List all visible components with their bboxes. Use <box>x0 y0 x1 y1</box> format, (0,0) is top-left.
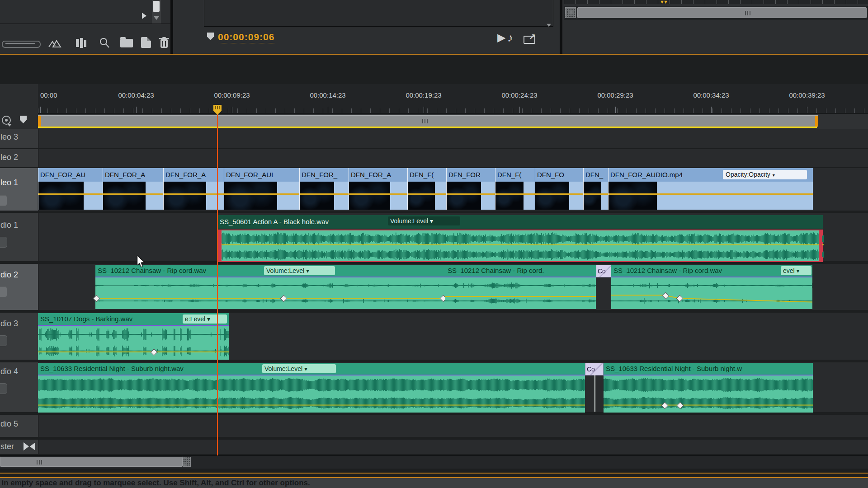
display-style-button[interactable] <box>0 195 7 206</box>
track-header-audio-3[interactable]: dio 3 <box>0 313 38 360</box>
mini-thumb-grip-icon <box>745 11 750 15</box>
volume-rubber-band[interactable] <box>445 277 596 309</box>
opacity-rubber-band[interactable] <box>609 193 813 195</box>
audio-clip[interactable]: SS_10633 Residential Night - Suburb nigh… <box>38 363 585 413</box>
volume-rubber-band[interactable] <box>218 230 824 263</box>
panel-focus-border-top <box>0 54 868 55</box>
opacity-rubber-band[interactable] <box>584 193 608 195</box>
new-item-icon[interactable] <box>141 37 151 48</box>
video-clip[interactable]: DFN_FOR_AUI <box>224 168 299 210</box>
mini-scroll-thumb[interactable] <box>577 7 867 18</box>
video-clip[interactable]: DFN_FO <box>535 168 583 210</box>
audio-clip[interactable]: SS_10633 Residential Night - Suburb nigh… <box>604 363 813 413</box>
export-frame-icon[interactable]: ↗ <box>524 33 537 44</box>
volume-dropdown[interactable]: Volume:Level ▾ <box>262 364 336 373</box>
folder-icon[interactable] <box>120 39 133 47</box>
audio-clip[interactable]: SS_10212 Chainsaw - Rip cord.wavVolume:L… <box>95 265 445 309</box>
playhead-line[interactable] <box>217 114 218 455</box>
video-clip[interactable]: DFN_F( <box>495 168 535 210</box>
track-row-video-2[interactable] <box>38 149 868 167</box>
hscroll-thumb[interactable] <box>0 457 183 467</box>
track-header-video-1[interactable]: leo 1 <box>0 168 38 211</box>
opacity-rubber-band[interactable] <box>349 193 407 195</box>
track-header-audio-1[interactable]: dio 1 <box>0 213 38 261</box>
video-clip[interactable]: DFN_FOR_A <box>349 168 407 210</box>
hscroll-grip-icon <box>37 460 42 465</box>
volume-dropdown[interactable]: e:Level ▾ <box>183 314 227 324</box>
trash-icon[interactable] <box>159 37 169 48</box>
audio-clip[interactable]: SS_10212 Chainsaw - Rip cord. <box>445 265 596 309</box>
video-thumbnail <box>224 182 277 210</box>
video-clip[interactable]: DFN_FOR_AUDIO.mp4Opacity:Opacity▾ <box>608 168 813 210</box>
display-style-button[interactable] <box>0 237 7 248</box>
opacity-rubber-band[interactable] <box>495 193 535 195</box>
sync-disc-icon[interactable] <box>2 116 11 125</box>
play-audio-icon[interactable]: ▶♪ <box>497 33 517 44</box>
video-clip[interactable]: DFN_F( <box>407 168 446 210</box>
audio-clip[interactable]: SS_10212 Chainsaw - Rip cord.wavevel ▾ <box>611 265 812 309</box>
track-header-audio-2[interactable]: dio 2 <box>0 264 38 310</box>
volume-dropdown[interactable]: Volume:Level ▾ <box>388 216 460 225</box>
opacity-rubber-band[interactable] <box>224 193 299 195</box>
display-style-button[interactable] <box>0 383 7 394</box>
mini-ruler[interactable] <box>564 0 868 4</box>
transition-badge[interactable]: Co <box>585 363 604 375</box>
mountain-icon[interactable] <box>48 38 61 49</box>
volume-rubber-band[interactable] <box>95 277 445 309</box>
chevron-down-icon: ▾ <box>770 173 775 178</box>
columns-icon[interactable] <box>76 38 88 48</box>
display-style-button[interactable] <box>0 335 7 346</box>
video-clip[interactable]: DFN_FOR <box>446 168 495 210</box>
opacity-rubber-band[interactable] <box>408 193 446 195</box>
mini-scroll-grip[interactable] <box>565 7 576 18</box>
opacity-rubber-band[interactable] <box>164 193 224 195</box>
disc-dropdown-icon[interactable] <box>7 124 12 127</box>
video-clip[interactable]: DFN_FOR_ <box>299 168 349 210</box>
display-style-button[interactable] <box>0 286 7 297</box>
video-clip[interactable]: DFN_FOR_A <box>163 168 224 210</box>
monitor-scroll-down-icon[interactable] <box>547 24 551 27</box>
opacity-dropdown[interactable]: Opacity:Opacity▾ <box>723 170 807 179</box>
hscroll-zoom-handle[interactable] <box>183 457 191 467</box>
volume-rubber-band[interactable] <box>611 277 812 309</box>
expand-row-icon[interactable] <box>142 13 146 19</box>
work-area-bar[interactable] <box>38 115 818 127</box>
opacity-rubber-band[interactable] <box>103 193 163 195</box>
opacity-rubber-band[interactable] <box>447 193 495 195</box>
track-header-video-2[interactable]: leo 2 <box>0 149 38 167</box>
audio-clip[interactable]: SS_50601 Action A - Black hole.wavVolume… <box>217 215 823 262</box>
track-row-master[interactable] <box>38 440 868 454</box>
opacity-rubber-band[interactable] <box>300 193 349 195</box>
playhead-timecode[interactable]: 00:00:09:06 <box>218 32 274 43</box>
audio-clip[interactable]: SS_10107 Dogs - Barking.wave:Level ▾ <box>38 313 229 360</box>
scroll-down-icon[interactable] <box>154 16 159 20</box>
work-area-start-handle[interactable] <box>38 116 41 127</box>
transition-badge[interactable]: Co <box>596 265 611 277</box>
bowtie-icon[interactable] <box>24 442 36 450</box>
volume-rubber-band[interactable] <box>604 375 813 413</box>
clip-left-trim-handle[interactable] <box>218 230 222 261</box>
track-header-master[interactable]: ster <box>0 440 38 454</box>
volume-dropdown[interactable]: evel ▾ <box>781 266 811 275</box>
opacity-rubber-band[interactable] <box>535 193 583 195</box>
track-header-audio-5[interactable]: dio 5 <box>0 415 38 437</box>
track-row-audio-5[interactable] <box>38 415 868 437</box>
search-icon[interactable] <box>99 37 110 49</box>
zoom-slider[interactable] <box>2 41 41 48</box>
video-clip[interactable]: DFN_FOR_A <box>103 168 163 210</box>
track-header-audio-4[interactable]: dio 4 <box>0 362 38 412</box>
vscroll-thumb[interactable] <box>153 1 160 12</box>
video-clip[interactable]: DFN_FOR_AU <box>38 168 103 210</box>
marker-flag-icon[interactable] <box>20 116 27 123</box>
track-row-video-3[interactable] <box>38 129 868 148</box>
volume-rubber-band[interactable] <box>38 326 229 360</box>
clip-right-trim-handle[interactable] <box>819 230 822 261</box>
project-vscrollbar[interactable] <box>152 0 161 23</box>
volume-rubber-band[interactable] <box>38 375 585 413</box>
track-header-video-3[interactable]: leo 3 <box>0 129 38 148</box>
opacity-rubber-band[interactable] <box>38 193 103 195</box>
video-clip[interactable]: DFN_ <box>583 168 608 210</box>
volume-dropdown[interactable]: Volume:Level ▾ <box>264 266 335 275</box>
work-area-end-handle[interactable] <box>815 116 818 127</box>
mini-playhead-icon[interactable]: ▼▼ <box>660 0 667 5</box>
